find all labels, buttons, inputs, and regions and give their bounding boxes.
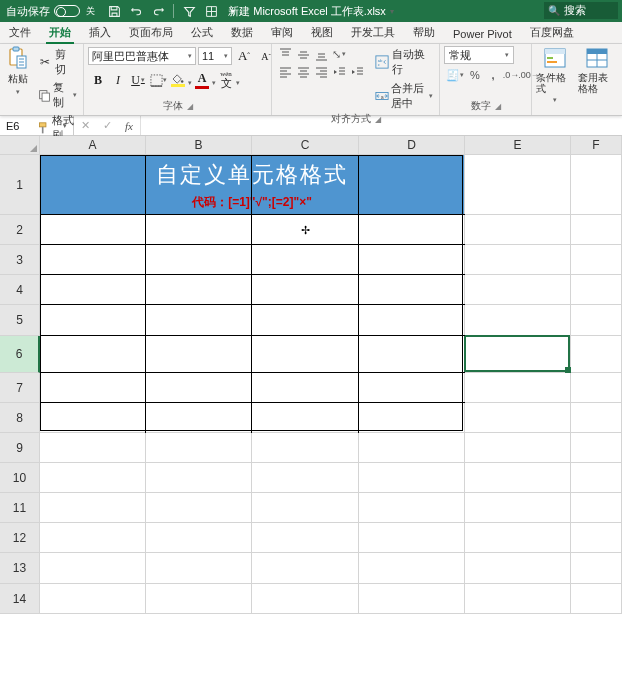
cell-B4[interactable] — [146, 275, 252, 305]
dialog-launcher-icon[interactable]: ◢ — [375, 115, 381, 124]
cell-A5[interactable] — [40, 305, 146, 336]
cell-D13[interactable] — [359, 553, 465, 584]
cell-F6[interactable] — [571, 336, 622, 373]
font-color-button[interactable]: A — [192, 70, 212, 90]
cell-D14[interactable] — [359, 584, 465, 614]
border-button[interactable]: ▾ — [148, 70, 168, 90]
cell-D10[interactable] — [359, 463, 465, 493]
align-right-button[interactable] — [312, 63, 330, 79]
cell-E7[interactable] — [465, 373, 571, 403]
cell-D9[interactable] — [359, 433, 465, 463]
number-format-select[interactable]: 常规▾ — [444, 46, 514, 64]
cell-C3[interactable] — [252, 245, 359, 275]
cell-B7[interactable] — [146, 373, 252, 403]
filter-icon[interactable] — [182, 4, 196, 18]
tab-文件[interactable]: 文件 — [0, 22, 40, 43]
italic-button[interactable]: I — [108, 70, 128, 90]
tab-数据[interactable]: 数据 — [222, 22, 262, 43]
tab-百度网盘[interactable]: 百度网盘 — [521, 22, 583, 43]
cell-B5[interactable] — [146, 305, 252, 336]
cell-A3[interactable] — [40, 245, 146, 275]
cell-C14[interactable] — [252, 584, 359, 614]
dialog-launcher-icon[interactable]: ◢ — [187, 102, 193, 111]
comma-button[interactable]: , — [484, 67, 502, 83]
cell-E5[interactable] — [465, 305, 571, 336]
column-header-F[interactable]: F — [571, 136, 622, 155]
cell-F3[interactable] — [571, 245, 622, 275]
redo-icon[interactable] — [151, 4, 165, 18]
cell-C12[interactable] — [252, 523, 359, 553]
cell-A8[interactable] — [40, 403, 146, 433]
cell-B2[interactable] — [146, 215, 252, 245]
align-left-button[interactable] — [276, 63, 294, 79]
phonetic-button[interactable]: wén 文 — [216, 70, 236, 90]
cell-F5[interactable] — [571, 305, 622, 336]
cell-D5[interactable] — [359, 305, 465, 336]
cell-B8[interactable] — [146, 403, 252, 433]
cell-E14[interactable] — [465, 584, 571, 614]
tab-公式[interactable]: 公式 — [182, 22, 222, 43]
cell-C2[interactable] — [252, 215, 359, 245]
cell-E11[interactable] — [465, 493, 571, 523]
cell-A4[interactable] — [40, 275, 146, 305]
save-icon[interactable] — [107, 4, 121, 18]
fill-color-button[interactable] — [168, 70, 188, 90]
cell-F11[interactable] — [571, 493, 622, 523]
cell-A11[interactable] — [40, 493, 146, 523]
borders-icon[interactable] — [204, 4, 218, 18]
cell-C4[interactable] — [252, 275, 359, 305]
row-header-3[interactable]: 3 — [0, 245, 40, 275]
decrease-indent-button[interactable] — [330, 63, 348, 79]
cell-C10[interactable] — [252, 463, 359, 493]
cell-D6[interactable] — [359, 336, 465, 373]
cell-B10[interactable] — [146, 463, 252, 493]
worksheet-grid[interactable]: ABCDEF 1自定义单元格格式代码：[=1]"√";[=2]"×"234567… — [0, 136, 622, 614]
cell-A6[interactable] — [40, 336, 146, 373]
row-header-10[interactable]: 10 — [0, 463, 40, 493]
cell-A10[interactable] — [40, 463, 146, 493]
font-size-select[interactable]: 11▾ — [198, 47, 232, 65]
cell-E8[interactable] — [465, 403, 571, 433]
search-box[interactable]: 🔍 搜索 — [544, 2, 618, 19]
cell-B11[interactable] — [146, 493, 252, 523]
cell-F9[interactable] — [571, 433, 622, 463]
row-header-13[interactable]: 13 — [0, 553, 40, 584]
row-header-12[interactable]: 12 — [0, 523, 40, 553]
row-header-14[interactable]: 14 — [0, 584, 40, 614]
orientation-button[interactable]: ⤡▾ — [330, 46, 348, 62]
wrap-text-button[interactable]: abc 自动换行 — [373, 46, 435, 78]
cell-F13[interactable] — [571, 553, 622, 584]
enter-button[interactable]: ✓ — [96, 119, 118, 132]
format-as-table-button[interactable]: 套用表格格 — [578, 46, 617, 94]
cell-E12[interactable] — [465, 523, 571, 553]
cell-D4[interactable] — [359, 275, 465, 305]
tab-Power Pivot[interactable]: Power Pivot — [444, 25, 521, 43]
cell-E2[interactable] — [465, 215, 571, 245]
cell-C5[interactable] — [252, 305, 359, 336]
tab-帮助[interactable]: 帮助 — [404, 22, 444, 43]
grow-font-button[interactable]: Aˆ — [234, 46, 254, 66]
cell-E9[interactable] — [465, 433, 571, 463]
bold-button[interactable]: B — [88, 70, 108, 90]
cell-B12[interactable] — [146, 523, 252, 553]
cell-A1[interactable]: 自定义单元格格式代码：[=1]"√";[=2]"×" — [40, 155, 465, 215]
underline-button[interactable]: U▾ — [128, 70, 148, 90]
cell-C7[interactable] — [252, 373, 359, 403]
cell-A14[interactable] — [40, 584, 146, 614]
align-center-button[interactable] — [294, 63, 312, 79]
cell-A7[interactable] — [40, 373, 146, 403]
cell-C8[interactable] — [252, 403, 359, 433]
cut-button[interactable]: ✂ 剪切 — [35, 46, 79, 78]
select-all-corner[interactable] — [0, 136, 40, 155]
cell-A13[interactable] — [40, 553, 146, 584]
cell-D7[interactable] — [359, 373, 465, 403]
column-header-B[interactable]: B — [146, 136, 252, 155]
cell-E6[interactable] — [465, 336, 571, 373]
copy-button[interactable]: 复制 ▾ — [35, 79, 79, 111]
cell-B6[interactable] — [146, 336, 252, 373]
cell-C13[interactable] — [252, 553, 359, 584]
autosave-toggle[interactable]: 自动保存 关 — [6, 4, 95, 19]
cell-B9[interactable] — [146, 433, 252, 463]
cell-A9[interactable] — [40, 433, 146, 463]
row-header-8[interactable]: 8 — [0, 403, 40, 433]
